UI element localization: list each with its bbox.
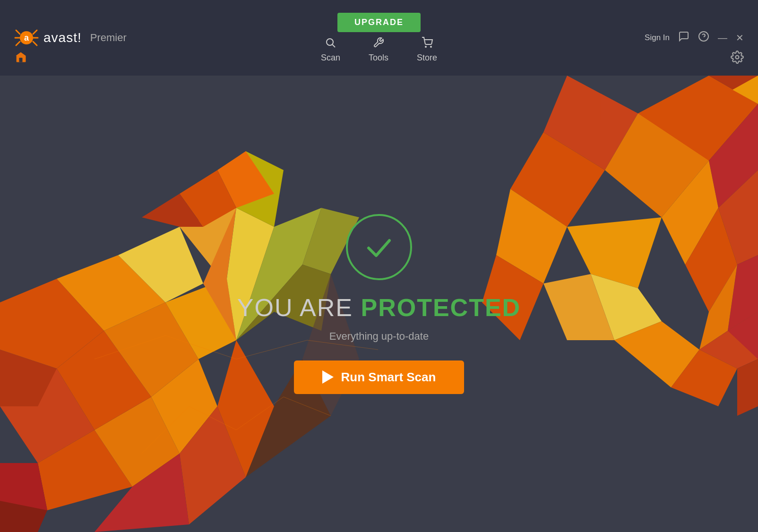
status-subtitle: Everything up-to-date <box>329 330 429 343</box>
svg-marker-33 <box>203 208 236 340</box>
svg-marker-44 <box>543 76 638 170</box>
settings-button[interactable] <box>731 51 744 67</box>
svg-marker-20 <box>57 331 151 430</box>
tools-icon <box>373 37 384 51</box>
svg-marker-54 <box>699 265 737 350</box>
svg-point-10 <box>425 46 426 47</box>
svg-line-1 <box>16 30 20 34</box>
svg-marker-58 <box>543 274 614 340</box>
svg-marker-28 <box>180 406 246 524</box>
store-icon <box>422 37 433 51</box>
nav-tools-label: Tools <box>369 53 388 63</box>
svg-marker-53 <box>728 255 758 331</box>
home-button[interactable] <box>14 51 27 67</box>
svg-marker-27 <box>95 454 189 532</box>
svg-marker-21 <box>0 350 57 406</box>
svg-marker-30 <box>0 463 47 532</box>
svg-marker-50 <box>662 161 718 265</box>
titlebar-center: UPGRADE Scan Tools <box>132 13 626 63</box>
svg-marker-55 <box>567 217 662 288</box>
svg-point-8 <box>327 39 333 45</box>
minimize-button[interactable]: — <box>718 33 727 43</box>
svg-marker-19 <box>151 359 217 454</box>
status-check-circle <box>346 214 412 280</box>
close-button[interactable]: ✕ <box>736 32 744 43</box>
nav-store-label: Store <box>417 53 437 63</box>
svg-marker-40 <box>180 170 236 227</box>
svg-marker-62 <box>699 312 758 369</box>
svg-marker-18 <box>95 397 180 487</box>
svg-marker-23 <box>165 279 236 359</box>
status-highlight: PROTECTED <box>361 294 521 321</box>
svg-marker-51 <box>718 170 758 265</box>
svg-marker-52 <box>685 208 737 312</box>
app-edition: Premier <box>90 32 127 44</box>
svg-marker-48 <box>510 132 605 227</box>
svg-marker-24 <box>0 279 104 369</box>
svg-line-6 <box>33 42 37 45</box>
svg-marker-26 <box>118 227 203 302</box>
scan-icon <box>325 37 336 51</box>
svg-marker-16 <box>0 369 95 463</box>
nav-scan-label: Scan <box>321 53 340 63</box>
svg-marker-63 <box>728 312 758 359</box>
svg-marker-47 <box>605 113 709 217</box>
svg-line-3 <box>16 42 20 45</box>
status-prefix: YOU ARE <box>237 294 361 321</box>
main-content: YOU ARE PROTECTED Everything up-to-date … <box>0 76 758 532</box>
svg-marker-22 <box>104 302 198 397</box>
svg-point-15 <box>736 56 739 59</box>
svg-marker-39 <box>217 151 274 208</box>
svg-marker-64 <box>671 350 737 406</box>
svg-point-11 <box>431 46 431 47</box>
svg-marker-57 <box>591 274 662 340</box>
titlebar: a avast! Premier UPGRADE Scan <box>0 0 758 76</box>
run-smart-scan-button[interactable]: Run Smart Scan <box>294 360 465 394</box>
svg-line-4 <box>33 30 37 34</box>
svg-marker-61 <box>614 321 699 387</box>
svg-marker-41 <box>142 194 203 227</box>
svg-marker-25 <box>57 255 165 331</box>
checkmark-icon <box>360 228 398 266</box>
center-content: YOU ARE PROTECTED Everything up-to-date … <box>237 214 521 394</box>
svg-marker-46 <box>709 76 758 104</box>
svg-marker-49 <box>709 104 758 208</box>
svg-text:a: a <box>24 33 29 43</box>
svg-marker-45 <box>638 76 758 161</box>
upgrade-button[interactable]: UPGRADE <box>337 13 421 32</box>
svg-marker-65 <box>737 359 758 416</box>
svg-marker-17 <box>38 430 132 510</box>
nav-store[interactable]: Store <box>417 37 437 63</box>
nav-tools[interactable]: Tools <box>369 37 388 63</box>
scan-button-label: Run Smart Scan <box>341 370 436 385</box>
svg-line-9 <box>333 45 336 48</box>
nav-items: Scan Tools Store <box>321 37 437 63</box>
help-button[interactable] <box>698 31 709 45</box>
play-icon <box>322 370 334 384</box>
svg-marker-31 <box>0 501 47 532</box>
logo-area: a avast! Premier <box>0 26 132 50</box>
status-heading: YOU ARE PROTECTED <box>237 293 521 322</box>
titlebar-right: Sign In — ✕ <box>626 31 758 45</box>
avast-logo-icon: a <box>14 26 39 50</box>
avast-logo: a avast! Premier <box>14 26 127 50</box>
svg-marker-32 <box>180 208 236 274</box>
svg-rect-14 <box>19 58 23 62</box>
svg-marker-60 <box>732 76 758 104</box>
sign-in-label[interactable]: Sign In <box>645 33 670 43</box>
app-name: avast! <box>43 30 82 45</box>
nav-scan[interactable]: Scan <box>321 37 340 63</box>
chat-button[interactable] <box>678 31 689 45</box>
